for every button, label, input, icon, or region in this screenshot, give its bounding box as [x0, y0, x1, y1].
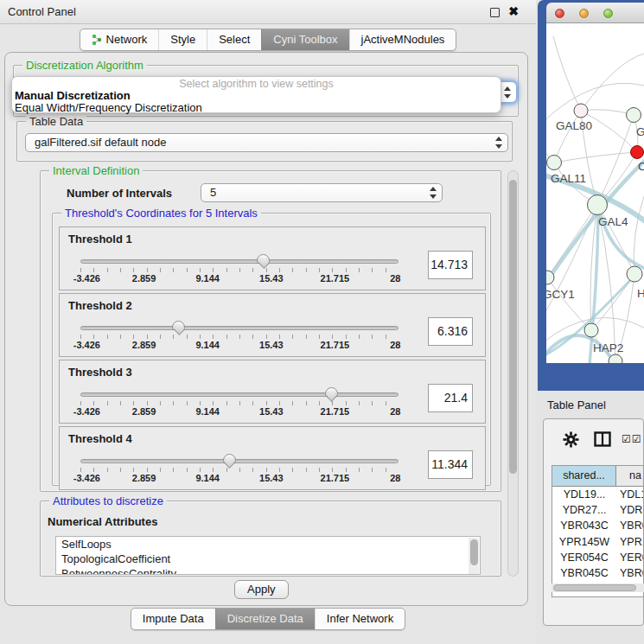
list-item[interactable]: SelfLoops [56, 537, 480, 552]
group-title: Attributes to discretize [49, 494, 167, 507]
tab-label: Infer Network [327, 612, 393, 625]
threshold-slider[interactable]: -3.426 2.859 9.144 15.43 21.715 28 [80, 392, 399, 418]
dropdown-option-equal-width[interactable]: Equal Width/Frequency Discretization [12, 102, 501, 114]
checkbox-icons[interactable]: ☑☑ [622, 433, 642, 445]
tab-network[interactable]: Network [80, 29, 159, 50]
threshold-row: Threshold 3 -3.426 2.859 9.144 15.43 [59, 360, 486, 424]
table-data-select[interactable]: galFiltered.sif default node [25, 133, 508, 152]
tab-cyni-toolbox[interactable]: Cyni Toolbox [261, 29, 348, 50]
zoom-traffic-light-icon[interactable] [603, 9, 613, 18]
interval-definition-group: Interval Definition Number of Intervals … [40, 170, 501, 492]
gear-icon[interactable] [563, 431, 579, 448]
table-row[interactable]: YDL19...YDL1 [552, 487, 643, 502]
node-top-right [627, 108, 641, 123]
table-row[interactable]: YPR145WYPR1 [552, 534, 643, 550]
tab-label: Discretize Data [227, 612, 303, 625]
threshold-rows: Threshold 1 -3.426 2.859 9.144 15.43 [59, 226, 486, 493]
column-header-shared-name[interactable]: shared... [552, 466, 616, 486]
slider-thumb[interactable] [325, 387, 338, 397]
table-panel-title: Table Panel [547, 399, 606, 411]
algorithm-dropdown-popup: Select algorithm to view settings Manual… [11, 76, 501, 113]
table-row[interactable]: YER054CYER0 [552, 550, 643, 565]
table-row[interactable]: YDR27...YDR2 [552, 502, 643, 518]
scrollbar-thumb[interactable] [509, 180, 517, 474]
list-item[interactable]: BetweennessCentrality [56, 566, 480, 575]
network-icon [92, 34, 102, 46]
threshold-row: Threshold 4 -3.426 2.859 9.144 21.715 [59, 426, 486, 490]
slider-thumb[interactable] [172, 321, 185, 330]
split-columns-icon[interactable] [594, 431, 611, 447]
control-panel: Control Panel ✖ Network Style [0, 0, 536, 644]
control-panel-titlebar: Control Panel ✖ [0, 0, 536, 24]
table-horizontal-scrollbar[interactable] [552, 583, 644, 592]
threshold-value-field[interactable]: 11.344 [428, 450, 473, 479]
slider-track[interactable] [80, 326, 399, 330]
scrollbar-thumb[interactable] [553, 584, 636, 591]
threshold-row: Threshold 1 -3.426 2.859 9.144 15.43 [59, 226, 486, 290]
node-hap2 [584, 323, 598, 337]
threshold-value-field[interactable]: 6.316 [428, 317, 473, 346]
table-row[interactable]: YLR345WYLR3 [552, 596, 643, 597]
node-label-gal4: GAL4 [598, 215, 628, 228]
close-traffic-light-icon[interactable] [555, 9, 564, 18]
table-data-group: Table Data galFiltered.sif default node [16, 121, 513, 162]
slider-ticks [80, 268, 399, 272]
tab-style[interactable]: Style [158, 29, 207, 50]
panel-scrollbar[interactable] [507, 170, 519, 577]
dropdown-option-manual[interactable]: Manual Discretization [12, 90, 501, 102]
threshold-slider[interactable]: -3.426 2.859 9.144 15.43 21.715 28 [80, 326, 399, 352]
slider-thumb[interactable] [257, 254, 270, 264]
table-row[interactable]: YBR045CYBR0 [552, 565, 643, 581]
threshold-slider[interactable]: -3.426 2.859 9.144 21.715 15.43 28 [80, 459, 399, 485]
table-panel: ☑☑ shared... na YDL19...YDL1 YDR27...YDR… [543, 418, 644, 626]
numerical-attributes-label: Numerical Attributes [48, 515, 157, 528]
attributes-group: Attributes to discretize Numerical Attri… [40, 501, 501, 577]
tab-select[interactable]: Select [207, 29, 261, 50]
stepper-arrows-icon [429, 187, 437, 199]
node-red [631, 146, 644, 159]
slider-thumb[interactable] [223, 454, 236, 463]
threshold-label: Threshold 4 [68, 432, 132, 445]
close-icon[interactable]: ✖ [508, 4, 519, 18]
group-title: Threshold's Coordinates for 5 Intervals [61, 207, 261, 220]
scrollbar-thumb[interactable] [470, 539, 478, 565]
tab-jactivemnodules[interactable]: jActiveMNodules [349, 29, 456, 50]
tab-discretize-data[interactable]: Discretize Data [215, 609, 315, 629]
apply-button[interactable]: Apply [234, 580, 289, 599]
tab-infer-network[interactable]: Infer Network [315, 609, 405, 629]
stepper-arrows-icon [503, 86, 511, 99]
bottom-tab-bar: Impute Data Discretize Data Infer Networ… [0, 608, 536, 630]
node-gal11 [547, 156, 562, 170]
node-gal80 [574, 104, 588, 118]
node-label-partial-c: C [638, 160, 644, 173]
slider-track[interactable] [80, 392, 399, 397]
node-table[interactable]: shared... na YDL19...YDL1 YDR27...YDR2 Y… [552, 465, 644, 597]
cyni-toolbox-panel: Discretization Algorithm Table Data galF… [4, 52, 528, 606]
num-intervals-select[interactable]: 5 [201, 183, 443, 202]
column-header-name[interactable]: na [616, 466, 643, 486]
tab-label: Cyni Toolbox [273, 33, 337, 46]
slider-ticks [80, 335, 399, 339]
threshold-label: Threshold 3 [68, 366, 132, 379]
table-row[interactable]: YBR043CYBR0 [552, 518, 643, 533]
slider-track[interactable] [80, 259, 399, 264]
threshold-value-field[interactable]: 21.4 [428, 384, 473, 412]
tab-impute-data[interactable]: Impute Data [131, 609, 215, 629]
num-intervals-label: Number of Intervals [67, 187, 172, 200]
group-title: Table Data [26, 115, 86, 128]
tab-label: jActiveMNodules [361, 33, 445, 46]
numerical-attributes-list[interactable]: SelfLoops TopologicalCoefficient Between… [55, 536, 481, 575]
slider-track[interactable] [80, 459, 399, 463]
network-canvas[interactable]: GAL80 GA C GAL11 GAL4 GCY1 H HAP2 [546, 23, 644, 363]
float-window-icon[interactable] [490, 8, 500, 17]
selected-table: galFiltered.sif default node [35, 136, 166, 149]
slider-tick-labels: -3.426 2.859 9.144 15.43 21.715 28 [80, 273, 399, 284]
network-nodes [546, 104, 644, 363]
network-graph [546, 23, 644, 363]
threshold-value-field[interactable]: 14.713 [428, 251, 473, 279]
network-window-titlebar[interactable] [546, 3, 644, 23]
minimize-traffic-light-icon[interactable] [579, 9, 589, 18]
list-item[interactable]: TopologicalCoefficient [56, 552, 480, 566]
list-scrollbar[interactable] [469, 538, 479, 575]
threshold-slider[interactable]: -3.426 2.859 9.144 15.43 21.715 28 [80, 259, 399, 285]
